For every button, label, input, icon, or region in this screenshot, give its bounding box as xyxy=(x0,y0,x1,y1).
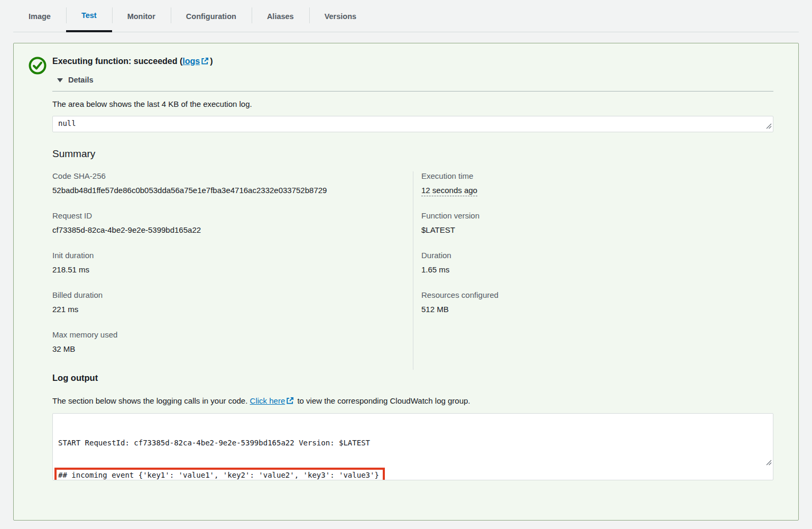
execution-log-value: null xyxy=(58,119,76,127)
summary-heading: Summary xyxy=(52,148,773,160)
caret-down-icon xyxy=(57,76,63,84)
summary-value: 512 MB xyxy=(421,305,773,314)
logs-link[interactable]: logs xyxy=(182,57,200,66)
cloudwatch-link[interactable]: Click here xyxy=(250,396,285,405)
external-link-icon xyxy=(201,58,209,67)
tab-aliases[interactable]: Aliases xyxy=(252,0,309,32)
function-tabs: Image Test Monitor Configuration Aliases… xyxy=(13,0,799,32)
summary-label: Function version xyxy=(421,211,773,220)
summary-value: 32 MB xyxy=(52,344,413,353)
summary-label: Execution time xyxy=(421,171,773,180)
summary-value: 1.65 ms xyxy=(421,265,773,274)
tab-test[interactable]: Test xyxy=(66,0,112,32)
tab-versions[interactable]: Versions xyxy=(309,0,372,32)
execution-time-tooltip-trigger[interactable]: 12 seconds ago xyxy=(421,186,477,196)
details-divider xyxy=(52,91,773,92)
summary-value: 52badb48d1ffe57de86c0b053dda56a75e1e7fba… xyxy=(52,186,413,195)
summary-label: Billed duration xyxy=(52,290,413,299)
summary-label: Resources configured xyxy=(421,290,773,299)
log-desc-text: The section below shows the logging call… xyxy=(52,396,250,405)
tab-image[interactable]: Image xyxy=(13,0,66,32)
summary-item-resources-configured: Resources configured 512 MB xyxy=(421,290,773,314)
details-label: Details xyxy=(68,76,94,84)
summary-column-right: Execution time 12 seconds ago Function v… xyxy=(413,171,773,370)
check-circle-icon xyxy=(28,56,47,77)
summary-label: Request ID xyxy=(52,211,413,220)
log-output-description: The section below shows the logging call… xyxy=(52,396,773,406)
summary-label: Code SHA-256 xyxy=(52,171,413,180)
summary-label: Max memory used xyxy=(52,330,413,339)
summary-item-request-id: Request ID cf73385d-82ca-4be2-9e2e-5399b… xyxy=(52,211,413,234)
resize-handle-icon[interactable] xyxy=(766,122,772,131)
summary-item-function-version: Function version $LATEST xyxy=(421,211,773,234)
summary-item-code-sha: Code SHA-256 52badb48d1ffe57de86c0b053dd… xyxy=(52,171,413,195)
summary-label: Init duration xyxy=(52,251,413,260)
details-toggle[interactable]: Details xyxy=(57,76,773,84)
summary-value: $LATEST xyxy=(421,225,773,234)
summary-value: cf73385d-82ca-4be2-9e2e-5399bd165a22 xyxy=(52,225,413,234)
execution-result-panel: Executing function: succeeded (logs) Det… xyxy=(13,43,799,521)
execution-log-textarea[interactable]: null xyxy=(52,116,773,132)
log-desc-text-after: to view the corresponding CloudWatch log… xyxy=(295,396,470,405)
log-line-start: START RequestId: cf73385d-82ca-4be2-9e2e… xyxy=(58,438,768,449)
tab-configuration[interactable]: Configuration xyxy=(171,0,252,32)
summary-grid: Code SHA-256 52badb48d1ffe57de86c0b053dd… xyxy=(52,171,773,370)
summary-value: 221 ms xyxy=(52,305,413,314)
external-link-icon xyxy=(286,397,294,406)
summary-item-billed-duration: Billed duration 221 ms xyxy=(52,290,413,314)
execution-status-title: Executing function: succeeded (logs) xyxy=(52,57,773,67)
summary-column-left: Code SHA-256 52badb48d1ffe57de86c0b053dd… xyxy=(52,171,413,370)
log-output-textarea[interactable]: START RequestId: cf73385d-82ca-4be2-9e2e… xyxy=(52,413,773,480)
summary-label: Duration xyxy=(421,251,773,260)
resize-handle-icon[interactable] xyxy=(731,448,772,479)
summary-item-max-memory: Max memory used 32 MB xyxy=(52,330,413,353)
summary-value: 218.51 ms xyxy=(52,265,413,274)
log-output-heading: Log output xyxy=(52,373,773,383)
execution-log-description: The area below shows the last 4 KB of th… xyxy=(52,99,773,108)
log-line-incoming-event-highlighted: ## incoming event {'key1': 'value1', 'ke… xyxy=(54,468,385,481)
status-text-close: ) xyxy=(210,57,213,66)
status-text: Executing function: succeeded ( xyxy=(52,57,182,66)
tab-monitor[interactable]: Monitor xyxy=(112,0,171,32)
summary-item-execution-time: Execution time 12 seconds ago xyxy=(421,171,773,195)
summary-item-duration: Duration 1.65 ms xyxy=(421,251,773,274)
summary-item-init-duration: Init duration 218.51 ms xyxy=(52,251,413,274)
